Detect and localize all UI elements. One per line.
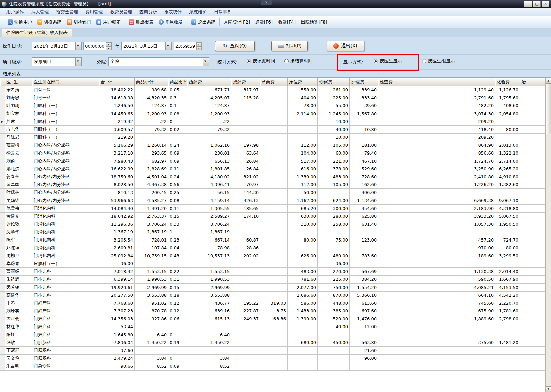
column-header-检查费[interactable]: 检查费 (378, 78, 495, 86)
table-row[interactable]: 黄昌国门心内科/内分泌科8,028.504,467.380.564,396.41… (0, 181, 546, 189)
table-row[interactable]: 丁琴门妇产科7,768.60951.020.12436.77195.22319.… (0, 299, 546, 307)
table-row[interactable]: 林红华门妇产科53.4440.0012.00 (0, 323, 546, 331)
table-row[interactable]: 张伦敬门消化内科11,296.363,706.240.333,706.24310… (0, 220, 546, 228)
column-header-成药费[interactable]: 成药费 (231, 78, 260, 86)
table-row[interactable]: 朱吉明门急诊科90.668.520.098.52 (0, 362, 546, 371)
toolbar-button-退款[F6][interactable]: 退款[F6] (253, 18, 276, 27)
column-header-医生[interactable]: 医 生 (5, 78, 32, 86)
scroll-up-icon[interactable]: ▲ (546, 78, 551, 84)
menu-item-费用管理[interactable]: 费用管理 (82, 8, 107, 16)
table-row[interactable]: 黄建光门消化内科18,642.922,763.370.152,589.27174… (0, 212, 546, 220)
table-row[interactable]: 范雪梅门心内科/内分泌科5,166.291,260.140.241,062.16… (0, 141, 546, 149)
menu-item-预交金管理[interactable]: 预交金管理 (52, 8, 82, 16)
table-row[interactable]: 胡宝林门眼科（一）14,450.651,200.930.081,200.932,… (0, 110, 546, 118)
table-row[interactable]: 郑陈坤门消化内科2,609.81107.840.0478.9828.86970.… (0, 244, 546, 252)
table-row[interactable]: 廖礼炼门心内科/内分泌科16,622.991,828.690.111,801.8… (0, 165, 546, 173)
spin-up-icon[interactable] (196, 42, 202, 46)
toolbar-button-switch-user[interactable]: 人切换用户 (5, 18, 35, 27)
table-row[interactable]: 马陈岩门眼科（一）219.2010.00209.20 (0, 133, 546, 141)
toolbar-button-exit-system[interactable]: →退出系统 (188, 18, 218, 27)
menu-item-病人管理[interactable]: 病人管理 (28, 8, 52, 16)
query-button[interactable]: ↻ 查询(Q) (215, 41, 255, 51)
spin-up-icon[interactable] (106, 42, 111, 46)
toolbar-button-入院登记[F2][interactable]: 入院登记[F2] (221, 18, 253, 27)
time-from-input[interactable]: 00:00:00 (83, 42, 112, 50)
column-header-合计[interactable]: 合 计 (99, 78, 135, 86)
table-row[interactable]: 丁冠群门肛肠科37.6021.60 (0, 347, 546, 355)
toolbar-button-switch-system[interactable]: ⇄切换系统 (35, 18, 64, 27)
column-header-护理费[interactable]: 护理费 (350, 78, 378, 86)
radio-stat-按记账时间[interactable]: 按记账时间 (247, 58, 276, 64)
menu-item-系统维护[interactable]: 系统维护 (185, 8, 210, 16)
table-row[interactable]: 占志华门眼科（一）3,609.5779.320.0279.3240.0010.8… (0, 126, 546, 134)
spin-down-icon[interactable] (106, 46, 111, 50)
column-header-化验费[interactable]: 化验费 (495, 78, 520, 86)
dropdown-arrow-icon[interactable] (203, 58, 209, 66)
dropdown-arrow-icon[interactable] (75, 58, 81, 66)
date-to-select[interactable]: 2021年 3月15日 (121, 42, 172, 50)
column-header-药品比率[interactable]: 药品比率 (168, 78, 187, 86)
maximize-button[interactable]: □ (533, 1, 541, 7)
table-row[interactable]: 沈学华门消化内科1,367.191,367.1911,367.19 (0, 228, 546, 236)
radio-display-按医生显示[interactable]: 按医生显示 (374, 58, 402, 64)
dropdown-arrow-icon[interactable] (165, 42, 171, 50)
toolbar-button-message[interactable]: i消息收发 (156, 18, 185, 27)
table-row[interactable]: 姜春莹门心内科/内分泌科18,759.604,501.040.244,180.0… (0, 173, 546, 181)
table-row[interactable]: 刘海敏门骨一科14,618.984,320.350.34,205.07115.2… (0, 94, 546, 102)
menu-item-日常事务[interactable]: 日常事务 (210, 8, 235, 16)
table-row[interactable]: 曹丽娟门小儿科7,018.421,553.150.221,553.15483.0… (0, 268, 546, 276)
date-from-select[interactable]: 2021年 3月13日 (32, 42, 82, 50)
table-row[interactable]: 刘蔚门心内科/内分泌科7,980.43682.970.09656.1326.84… (0, 157, 546, 165)
titlebar-chevron-icon[interactable]: ∨ (261, 0, 272, 5)
table-row[interactable]: 范雪梅门消化内科14,084.401,491.200.111,305.55185… (0, 205, 546, 213)
menu-item-收费员管理[interactable]: 收费员管理 (107, 8, 136, 16)
column-header-partial[interactable]: 治 (520, 78, 546, 86)
column-header-药品小计[interactable]: 药品小计 (135, 78, 168, 86)
scrollbar-thumb[interactable] (546, 84, 551, 134)
table-row[interactable]: 宋孝清门骨一科18,402.22989.680.05671.71317.9755… (0, 86, 546, 94)
table-row[interactable]: 陈虹门妇产科1,645.806.4006.40 (0, 331, 546, 339)
table-row[interactable]: 吴华锋门心内科/内分泌科53,966.634,585.270.084,159.1… (0, 197, 546, 205)
dropdown-arrow-icon[interactable] (75, 42, 81, 50)
table-row[interactable]: 闵芳铭门小儿科19,920.612,969.990.152,969.992,07… (0, 284, 546, 292)
table-row[interactable]: 叶羽珊门眼科（一）1,246.50124.870.1124.8778.0055.… (0, 102, 546, 110)
close-button[interactable]: × (542, 1, 549, 7)
table-row[interactable]: 叶儒林门心内科/内分泌科810.13200.450.2556.15144.305… (0, 189, 546, 197)
table-row[interactable]: ►芦琳门眼科（一）219.42.220.2210.00209.20 (0, 118, 546, 126)
column-header-草药费[interactable]: 草药费 (260, 78, 288, 86)
table-row[interactable]: 卓蔚青皮肤科（一）36.0036.00 (0, 260, 546, 268)
toolbar-button-出院结算[F8][interactable]: 出院结算[F8] (298, 18, 330, 27)
minimize-button[interactable]: — (524, 1, 532, 7)
branch-select[interactable]: 全院 (108, 57, 209, 66)
toolbar-button-收款[F4][interactable]: 收款[F4] (276, 18, 298, 27)
tab-inpatient-doctor-report[interactable]: 住院医生记账（结算）收入报表 (2, 29, 72, 37)
menu-item-用户操作[interactable]: 用户操作 (3, 8, 28, 16)
print-button[interactable]: 打印(P) (271, 41, 308, 51)
radio-display-按医生组显示[interactable]: 按医生组显示 (422, 58, 455, 64)
table-row[interactable]: 朱祖辉门小儿科6,399.141,990.530.311,990.53781.6… (0, 275, 546, 284)
column-header-医生所在部门[interactable]: 医生所在部门 (32, 78, 99, 86)
toolbar-button-switch-department[interactable]: 田切换部门 (64, 18, 94, 27)
table-row[interactable]: 徐云云门心内科/内分泌科3,217.10293.650.09230.0163.6… (0, 149, 546, 157)
table-row[interactable]: 陈军门消化内科3,205.54728.010.23667.1460.8780.0… (0, 236, 546, 244)
scroll-down-icon[interactable]: ▼ (546, 386, 551, 392)
exit-button[interactable]: 退出(X) (327, 41, 364, 51)
menu-item-查询分析[interactable]: 查询分析 (136, 8, 161, 16)
table-row[interactable]: 周柳旦门消化内科25,092.8410,759.150.4310,557.132… (0, 252, 546, 260)
table-row[interactable]: 刘珍英门妇产科7,307.23870.780.12639.16227.873.7… (0, 307, 546, 315)
column-header-西药费[interactable]: 西药费 (187, 78, 231, 86)
table-row[interactable]: 吴文俭门肛肠科2,479.243.8403.8496.00 (0, 354, 546, 362)
item-level-select[interactable]: 发票项目 (32, 57, 82, 66)
toolbar-button-user-lock[interactable]: ▣用户锁定 (94, 18, 123, 27)
spin-down-icon[interactable] (196, 46, 202, 50)
column-header-床位费[interactable]: 床位费 (288, 78, 318, 86)
table-row[interactable]: 孟月会门妇产科14,356.03927.860.06615.13249.3763… (0, 315, 546, 323)
vertical-scrollbar[interactable]: ▲ ▼ (545, 78, 551, 392)
table-row[interactable]: 张敏门肛肠科7,836.041,450.220.191,450.22680.00… (0, 339, 546, 347)
menu-item-报表统计[interactable]: 报表统计 (161, 8, 185, 16)
radio-stat-按结算时间[interactable]: 按结算时间 (284, 58, 313, 64)
table-row[interactable]: 高建华门小儿科20,277.503,553.880.183,553.882,68… (0, 291, 546, 299)
time-to-input[interactable]: 23:59:59 (174, 42, 202, 50)
column-header-诊察费[interactable]: 诊察费 (318, 78, 350, 86)
toolbar-button-integrated-report[interactable]: ▤集成报表 (126, 18, 156, 27)
